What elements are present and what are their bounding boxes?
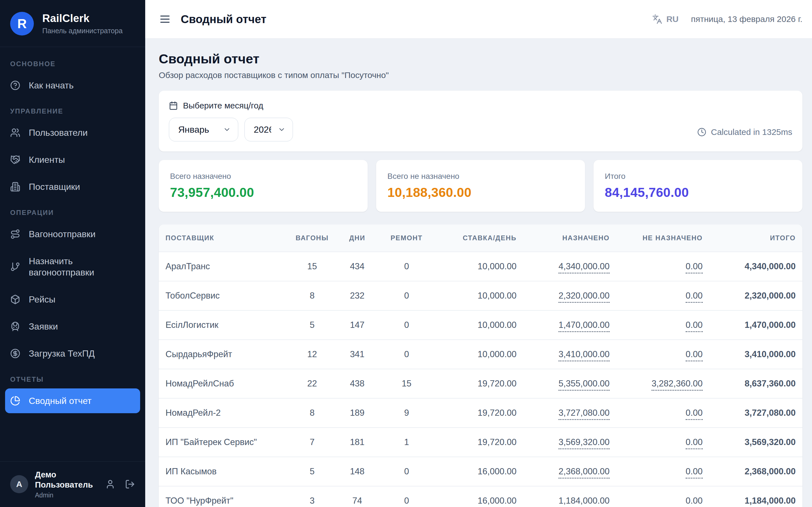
wagons-value: 3 — [291, 487, 333, 507]
unassigned-value[interactable]: 0.00 — [610, 311, 703, 339]
unassigned-value[interactable]: 0.00 — [610, 340, 703, 369]
month-select[interactable]: Январь — [169, 118, 238, 142]
repairs-value: 0 — [381, 311, 432, 339]
col-repairs: РЕМОНТ — [381, 224, 432, 251]
user-profile-button[interactable] — [105, 479, 115, 489]
sidebar-item-requests[interactable]: Заявки — [5, 314, 140, 339]
suppliers-table: ПОСТАВЩИК ВАГОНЫ ДНИ РЕМОНТ СТАВКА/ДЕНЬ … — [159, 224, 802, 507]
section-label-operations: ОПЕРАЦИИ — [5, 202, 140, 222]
assigned-value[interactable]: 3,569,320.00 — [516, 428, 610, 457]
wagons-value: 8 — [291, 399, 333, 427]
sidebar-item-label: Сводный отчет — [29, 395, 92, 406]
assigned-value[interactable]: 1,470,000.00 — [516, 311, 610, 339]
col-total: ИТОГО — [703, 224, 796, 251]
rate-value: 16,000.00 — [432, 457, 516, 486]
unassigned-value[interactable]: 0.00 — [610, 399, 703, 427]
logout-button[interactable] — [125, 479, 135, 489]
language-switcher[interactable]: RU — [652, 14, 678, 24]
assigned-value[interactable]: 3,727,080.00 — [516, 399, 610, 427]
sidebar-item-get-started[interactable]: Как начать — [5, 73, 140, 98]
total-value: 2,320,000.00 — [703, 281, 796, 310]
rate-value: 19,720.00 — [432, 428, 516, 457]
sidebar-item-label: Назначить вагоноотправки — [29, 256, 135, 278]
filter-card: Выберите месяц/год Январь 2026 — [159, 91, 802, 152]
assigned-value[interactable]: 5,355,000.00 — [516, 369, 610, 398]
filter-label-text: Выберите месяц/год — [183, 101, 263, 110]
sidebar-item-users[interactable]: Пользователи — [5, 120, 140, 145]
sidebar-item-summary-report[interactable]: Сводный отчет — [5, 388, 140, 413]
table-row: ИП Касымов 5 148 0 16,000.00 2,368,000.0… — [159, 457, 802, 486]
total-value: 3,569,320.00 — [703, 428, 796, 457]
total-value: 3,727,080.00 — [703, 399, 796, 427]
section-label-reports: ОТЧЕТЫ — [5, 368, 140, 388]
sidebar-item-trips[interactable]: Рейсы — [5, 287, 140, 312]
summary-assigned-label: Всего назначено — [170, 172, 356, 181]
supplier-name: ИП "Байтерек Сервис" — [165, 428, 291, 457]
summary-total-label: Итого — [605, 172, 791, 181]
rate-value: 10,000.00 — [432, 281, 516, 310]
language-code: RU — [666, 14, 678, 24]
topbar: Сводный отчет RU пятница, 13 февраля 202… — [145, 0, 812, 39]
avatar: A — [10, 475, 28, 493]
clock-icon — [697, 128, 706, 136]
pie-chart-icon — [10, 396, 20, 406]
col-assigned: НАЗНАЧЕНО — [516, 224, 610, 251]
brand-name: RailClerk — [42, 12, 123, 24]
assigned-value[interactable]: 1,184,000.00 — [516, 487, 610, 507]
hamburger-icon — [159, 13, 171, 25]
table-row: СырдарьяФрейт 12 341 0 10,000.00 3,410,0… — [159, 339, 802, 369]
table-row: НомадРейлСнаб 22 438 15 19,720.00 5,355,… — [159, 369, 802, 398]
sidebar-item-techpd-upload[interactable]: Загрузка ТехПД — [5, 341, 140, 366]
table-header-row: ПОСТАВЩИК ВАГОНЫ ДНИ РЕМОНТ СТАВКА/ДЕНЬ … — [159, 224, 802, 251]
total-value: 4,340,000.00 — [703, 252, 796, 281]
sidebar-item-suppliers[interactable]: Поставщики — [5, 174, 140, 199]
section-label-main: ОСНОВНОЕ — [5, 53, 140, 73]
sidebar-item-label: Клиенты — [29, 154, 65, 165]
brand: R RailClerk Панель администратора — [0, 0, 145, 47]
unassigned-value[interactable]: 0.00 — [610, 252, 703, 281]
days-value: 181 — [333, 428, 381, 457]
supplier-name: НомадРейл-2 — [165, 399, 291, 427]
sidebar-item-label: Вагоноотправки — [29, 228, 96, 240]
unassigned-value[interactable]: 0.00 — [610, 457, 703, 486]
summary-total-value: 84,145,760.00 — [605, 185, 791, 200]
user-icon — [105, 479, 115, 489]
filter-label: Выберите месяц/год — [169, 101, 293, 110]
sidebar-nav: ОСНОВНОЕ Как начать УПРАВЛЕНИЕ Пользоват… — [0, 47, 145, 461]
supplier-name: АралТранс — [165, 252, 291, 281]
col-rate: СТАВКА/ДЕНЬ — [432, 224, 516, 251]
sidebar-item-wagon-shipments[interactable]: Вагоноотправки — [5, 222, 140, 246]
current-date: пятница, 13 февраля 2026 г. — [691, 14, 802, 24]
sidebar-item-clients[interactable]: Клиенты — [5, 147, 140, 172]
sidebar-user: A Демо Пользователь Admin — [0, 461, 145, 507]
supplier-name: НомадРейлСнаб — [165, 369, 291, 398]
table-row: АралТранс 15 434 0 10,000.00 4,340,000.0… — [159, 251, 802, 281]
unassigned-value[interactable]: 0.00 — [610, 487, 703, 507]
year-select[interactable]: 2026 — [245, 118, 293, 142]
supplier-name: ТоболСервис — [165, 281, 291, 310]
calendar-icon — [169, 101, 178, 110]
unassigned-value[interactable]: 0.00 — [610, 281, 703, 310]
days-value: 189 — [333, 399, 381, 427]
main-area: Сводный отчет RU пятница, 13 февраля 202… — [145, 0, 812, 507]
assigned-value[interactable]: 2,368,000.00 — [516, 457, 610, 486]
total-value: 1,184,000.00 — [703, 487, 796, 507]
assigned-value[interactable]: 2,320,000.00 — [516, 281, 610, 310]
assigned-value[interactable]: 4,340,000.00 — [516, 252, 610, 281]
calculation-time-text: Calculated in 1325ms — [711, 127, 792, 137]
wagons-value: 5 — [291, 311, 333, 339]
user-role: Admin — [35, 492, 98, 499]
menu-toggle-button[interactable] — [159, 13, 171, 25]
sidebar-item-assign-wagon-shipments[interactable]: Назначить вагоноотправки — [5, 249, 140, 285]
days-value: 341 — [333, 340, 381, 369]
section-label-management: УПРАВЛЕНИЕ — [5, 100, 140, 120]
assigned-value[interactable]: 3,410,000.00 — [516, 340, 610, 369]
supplier-name: ИП Касымов — [165, 457, 291, 486]
unassigned-value[interactable]: 0.00 — [610, 428, 703, 457]
user-name: Демо Пользователь — [35, 469, 94, 490]
rate-value: 19,720.00 — [432, 369, 516, 398]
rate-value: 10,000.00 — [432, 311, 516, 339]
unassigned-value[interactable]: 3,282,360.00 — [610, 369, 703, 398]
sidebar-item-label: Рейсы — [29, 294, 56, 305]
days-value: 434 — [333, 252, 381, 281]
